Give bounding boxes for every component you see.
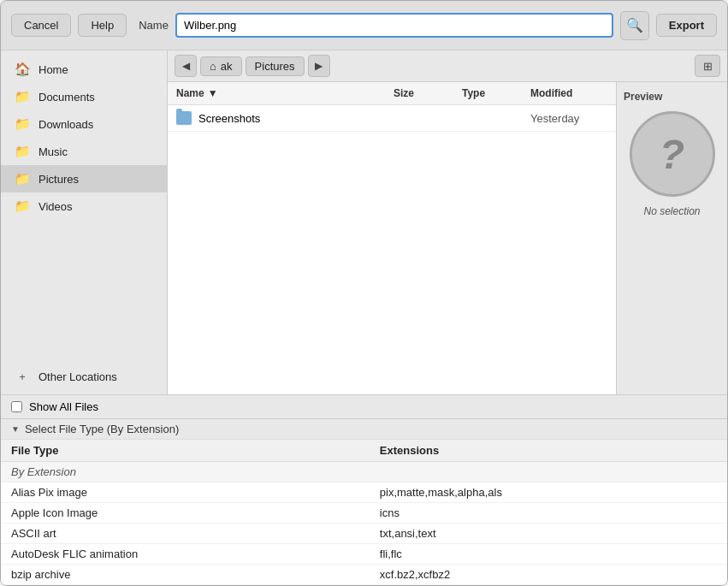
home-path-label: ak [221, 60, 233, 73]
main-area: 🏠 Home 📁 Documents 📁 Downloads 📁 Music 📁… [1, 50, 727, 394]
show-all-files-label: Show All Files [29, 400, 98, 413]
grid-icon: ⊞ [703, 60, 713, 73]
file-type-col-header: File Type [1, 440, 370, 462]
list-item[interactable]: AutoDesk FLIC animation fli,flc [1, 544, 727, 565]
sidebar-item-pictures-label: Pictures [38, 173, 79, 186]
show-all-files-checkbox[interactable] [11, 401, 22, 412]
list-item[interactable]: Alias Pix image pix,matte,mask,alpha,als [1, 482, 727, 503]
folder-icon: 📁 [15, 116, 30, 132]
search-icon: 🔍 [626, 17, 643, 33]
path-segment[interactable]: Pictures [246, 56, 305, 76]
header-bar: Cancel Help Name 🔍 Export [1, 1, 727, 50]
sidebar-item-documents[interactable]: 📁 Documents [1, 83, 167, 110]
file-size-cell [385, 112, 453, 124]
filename-input[interactable] [175, 13, 613, 38]
chevron-right-icon: ▶ [315, 60, 323, 72]
sidebar-item-videos-label: Videos [38, 200, 73, 213]
folder-icon: 📁 [15, 198, 30, 214]
sidebar-item-home[interactable]: 🏠 Home [1, 56, 167, 83]
search-button[interactable]: 🔍 [620, 11, 649, 40]
file-list-header: Name ▼ Size Type Modified [168, 82, 616, 105]
folder-icon: 📁 [15, 89, 30, 104]
home-path-button[interactable]: ⌂ ak [200, 56, 242, 76]
nav-forward-button[interactable]: ▶ [308, 55, 330, 77]
preview-icon: ? [630, 111, 715, 197]
view-options-button[interactable]: ⊞ [695, 55, 720, 77]
col-size-header[interactable]: Size [385, 82, 453, 104]
cancel-button[interactable]: Cancel [11, 14, 71, 37]
folder-icon: 📁 [15, 171, 30, 186]
sidebar-item-pictures[interactable]: 📁 Pictures [1, 165, 167, 192]
other-locations-label: Other Locations [38, 370, 117, 383]
file-type-cell: ASCII art [1, 524, 370, 544]
file-type-toggle[interactable]: ▼ Select File Type (By Extension) [1, 419, 727, 439]
preview-title: Preview [624, 91, 662, 103]
home-path-icon: ⌂ [210, 60, 216, 73]
sort-arrow-icon: ▼ [208, 87, 218, 99]
file-name-cell: Screenshots [168, 105, 385, 131]
extensions-cell: xcf.bz2,xcfbz2 [370, 565, 727, 585]
content-panel: ◀ ⌂ ak Pictures ▶ ⊞ [168, 50, 727, 394]
table-row[interactable]: Screenshots Yesterday [168, 105, 616, 132]
home-icon: 🏠 [15, 62, 30, 77]
sidebar-item-home-label: Home [38, 63, 68, 76]
sidebar-item-music-label: Music [38, 145, 68, 158]
file-type-cell [453, 112, 522, 124]
file-modified-cell: Yesterday [522, 106, 616, 131]
name-label: Name [139, 19, 169, 32]
file-type-section-label: Select File Type (By Extension) [25, 423, 179, 435]
toggle-arrow-icon: ▼ [11, 424, 20, 434]
sidebar-item-documents-label: Documents [38, 91, 95, 104]
col-name-header[interactable]: Name ▼ [168, 82, 385, 104]
folder-icon: 📁 [15, 144, 30, 159]
extensions-cell: fli,flc [370, 544, 727, 565]
list-item[interactable]: ASCII art txt,ansi,text [1, 524, 727, 544]
help-button[interactable]: Help [78, 14, 127, 37]
question-mark-icon: ? [660, 131, 684, 178]
sidebar-item-downloads[interactable]: 📁 Downloads [1, 110, 167, 138]
list-item[interactable]: By Extension [1, 462, 727, 482]
file-list: Name ▼ Size Type Modified Screenshots [168, 82, 616, 394]
folder-icon [176, 111, 192, 125]
file-type-section: ▼ Select File Type (By Extension) File T… [1, 419, 727, 585]
extensions-cell: pix,matte,mask,alpha,als [370, 482, 727, 503]
extensions-col-header: Extensions [370, 440, 727, 462]
export-button[interactable]: Export [656, 14, 717, 37]
filetype-table: File Type Extensions By Extension Alias … [1, 439, 727, 585]
col-type-header[interactable]: Type [453, 82, 522, 104]
list-item[interactable]: bzip archive xcf.bz2,xcfbz2 [1, 565, 727, 585]
export-dialog: Cancel Help Name 🔍 Export 🏠 Home 📁 Docum… [0, 0, 728, 586]
sidebar-item-downloads-label: Downloads [38, 118, 93, 131]
sidebar-item-music[interactable]: 📁 Music [1, 138, 167, 165]
sidebar: 🏠 Home 📁 Documents 📁 Downloads 📁 Music 📁… [1, 50, 168, 394]
file-name-label: Screenshots [198, 112, 260, 125]
show-all-row: Show All Files [1, 395, 727, 419]
nav-back-button[interactable]: ◀ [175, 55, 197, 77]
extensions-cell [370, 462, 727, 482]
file-type-cell: By Extension [1, 462, 370, 482]
col-modified-header[interactable]: Modified [522, 82, 616, 104]
file-type-cell: Apple Icon Image [1, 503, 370, 524]
file-type-cell: Alias Pix image [1, 482, 370, 503]
preview-panel: Preview ? No selection [616, 82, 727, 394]
extensions-cell: txt,ansi,text [370, 524, 727, 544]
file-area: Name ▼ Size Type Modified Screenshots [168, 82, 727, 394]
no-selection-text: No selection [643, 205, 700, 217]
extensions-cell: icns [370, 503, 727, 524]
sidebar-item-other-locations[interactable]: + Other Locations [1, 364, 167, 389]
file-type-cell: AutoDesk FLIC animation [1, 544, 370, 565]
list-item[interactable]: Apple Icon Image icns [1, 503, 727, 524]
file-type-cell: bzip archive [1, 565, 370, 585]
col-name-label: Name [176, 87, 204, 99]
bottom-section: Show All Files ▼ Select File Type (By Ex… [1, 394, 727, 585]
plus-icon: + [15, 370, 30, 383]
chevron-left-icon: ◀ [182, 60, 190, 72]
path-bar: ◀ ⌂ ak Pictures ▶ ⊞ [168, 50, 727, 82]
sidebar-item-videos[interactable]: 📁 Videos [1, 192, 167, 220]
